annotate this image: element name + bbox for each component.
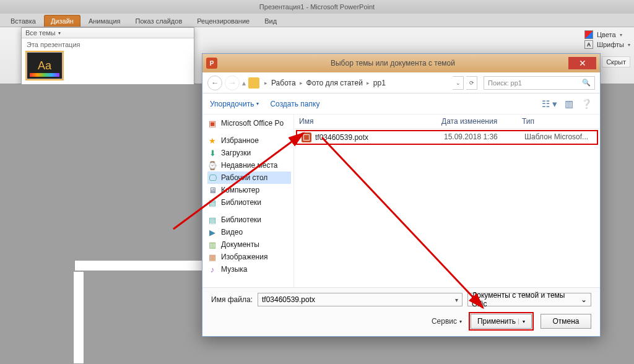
download-icon: ⬇ [207, 148, 217, 158]
tree-label: Рабочий стол [221, 173, 267, 182]
tree-label: Microsoft Office Po [221, 119, 284, 128]
breadcrumb[interactable]: ▸Работа ▸Фото для статей ▸pp1 [264, 79, 450, 87]
breadcrumb-dropdown[interactable]: ⌄ [453, 76, 464, 90]
dialog-footer: Имя файла: tf03460539.potx▾ Документы с … [202, 287, 600, 336]
dialog-title: Выбор темы или документа с темой [217, 59, 568, 67]
tree-documents[interactable]: ▥Документы [207, 238, 291, 251]
file-name: tf03460539.potx [315, 133, 368, 142]
library-icon: ▤ [207, 197, 217, 207]
dialog-nav: ← → ▴ ▸Работа ▸Фото для статей ▸pp1 ⌄ ⟳ … [202, 72, 600, 93]
tab-slideshow[interactable]: Показ слайдов [129, 15, 189, 27]
tab-review[interactable]: Рецензирование [190, 15, 256, 27]
apply-label: Применить [477, 317, 516, 326]
tree-computer[interactable]: 🖥Компьютер [207, 184, 291, 196]
nav-back-button[interactable]: ← [207, 76, 222, 90]
potx-icon [302, 132, 311, 142]
tree-label: Музыка [221, 265, 247, 274]
new-folder-button[interactable]: Создать папку [270, 100, 319, 108]
colors-icon [584, 30, 593, 39]
folder-icon [248, 77, 259, 89]
organize-button[interactable]: Упорядочить ▾ [210, 100, 259, 108]
tools-label: Сервис [432, 317, 457, 326]
tree-label: Библиотеки [221, 198, 261, 207]
tree-label: Загрузки [221, 149, 251, 157]
themes-gallery-header[interactable]: Все темы▾ [22, 28, 194, 38]
crumb-segment[interactable]: Работа [269, 79, 298, 87]
tree-favorites[interactable]: ★Избранное [207, 134, 291, 147]
tree-pictures[interactable]: ▦Изображения [207, 251, 291, 263]
ribbon-tabs: Вставка Дизайн Анимация Показ слайдов Ре… [0, 14, 634, 27]
organize-label: Упорядочить [210, 100, 254, 108]
tree-downloads[interactable]: ⬇Загрузки [207, 147, 291, 159]
search-placeholder: Поиск: pp1 [488, 79, 522, 87]
crumb-segment[interactable]: pp1 [371, 79, 388, 87]
tree-office[interactable]: ▣Microsoft Office Po [207, 117, 291, 129]
preview-pane-button[interactable]: ▥ [565, 98, 573, 110]
video-icon: ▶ [207, 227, 217, 237]
desktop-icon: 🖵 [207, 173, 217, 183]
search-input[interactable]: Поиск: pp1 🔍 [484, 76, 595, 90]
tab-view[interactable]: Вид [258, 15, 284, 27]
col-type[interactable]: Тип [522, 117, 595, 126]
tab-design[interactable]: Дизайн [44, 15, 80, 27]
tree-label: Библиотеки [221, 215, 261, 224]
hide-label: Скрыт [606, 58, 626, 66]
col-date[interactable]: Дата изменения [441, 117, 522, 126]
chevron-down-icon[interactable]: ▾ [518, 319, 525, 324]
chevron-down-icon: ▾ [58, 30, 61, 36]
ruler-vertical [73, 271, 84, 364]
music-icon: ♪ [207, 264, 217, 274]
section-this-presentation: Эта презентация [22, 38, 194, 50]
search-icon: 🔍 [582, 79, 591, 87]
computer-icon: 🖥 [207, 185, 217, 195]
colors-button[interactable]: Цвета ▾ [584, 30, 630, 40]
file-row[interactable]: tf03460539.potx 15.09.2018 1:36 Шаблон M… [297, 131, 597, 144]
tab-animation[interactable]: Анимация [82, 15, 128, 27]
tree-label: Недавние места [221, 161, 277, 170]
window-title: Презентация1 - Microsoft PowerPoint [259, 3, 375, 11]
library-icon: ▤ [207, 215, 217, 225]
filename-value: tf03460539.potx [262, 295, 315, 304]
filetype-select[interactable]: Документы с темой и темы Offic⌄ [467, 293, 591, 306]
view-options-button[interactable]: ☷ ▾ [542, 98, 557, 110]
dialog-toolbar: Упорядочить ▾ Создать папку ☷ ▾ ▥ ❔ [202, 93, 600, 115]
recent-icon: ⌚ [207, 160, 217, 170]
open-theme-dialog: P Выбор темы или документа с темой ✕ ← →… [202, 53, 601, 337]
themes-options: Цвета ▾ AШрифты ▾ [584, 30, 630, 50]
close-button[interactable]: ✕ [568, 57, 596, 69]
tree-videos[interactable]: ▶Видео [207, 226, 291, 238]
tree-libraries-fav[interactable]: ▤Библиотеки [207, 196, 291, 209]
file-date: 15.09.2018 1:36 [444, 132, 524, 142]
nav-tree: ▣Microsoft Office Po ★Избранное ⬇Загрузк… [202, 115, 294, 289]
tree-label: Документы [221, 240, 259, 249]
tools-button[interactable]: Сервис ▾ [432, 317, 462, 326]
tree-libraries[interactable]: ▤Библиотеки [207, 214, 291, 226]
help-button[interactable]: ❔ [581, 98, 593, 110]
cancel-button[interactable]: Отмена [541, 314, 591, 329]
dialog-titlebar[interactable]: P Выбор темы или документа с темой ✕ [202, 54, 600, 72]
apply-button[interactable]: Применить▾ [471, 314, 532, 329]
tree-recent[interactable]: ⌚Недавние места [207, 159, 291, 171]
fonts-button[interactable]: AШрифты ▾ [584, 40, 630, 50]
nav-forward-button[interactable]: → [225, 76, 240, 90]
refresh-button[interactable]: ⟳ [466, 76, 477, 90]
filename-input[interactable]: tf03460539.potx▾ [258, 293, 462, 306]
tree-label: Изображения [221, 253, 267, 261]
theme-thumb[interactable]: Aa [27, 52, 63, 79]
picture-icon: ▦ [207, 252, 217, 262]
tree-desktop[interactable]: 🖵Рабочий стол [207, 171, 291, 184]
tree-label: Компьютер [221, 186, 259, 194]
tree-label: Избранное [221, 136, 259, 145]
powerpoint-icon: P [206, 58, 217, 69]
crumb-segment[interactable]: Фото для статей [305, 79, 365, 87]
document-icon: ▥ [207, 240, 217, 249]
nav-up-button[interactable]: ▴ [242, 79, 246, 87]
column-headers[interactable]: Имя Дата изменения Тип [294, 115, 600, 129]
file-pane: Имя Дата изменения Тип tf03460539.potx 1… [294, 115, 600, 289]
tree-music[interactable]: ♪Музыка [207, 263, 291, 275]
hide-button[interactable]: Скрыт [602, 56, 630, 67]
col-name[interactable]: Имя [299, 117, 441, 126]
tab-insert[interactable]: Вставка [4, 15, 43, 27]
chevron-down-icon[interactable]: ▾ [455, 297, 458, 303]
fonts-label: Шрифты [597, 41, 624, 48]
